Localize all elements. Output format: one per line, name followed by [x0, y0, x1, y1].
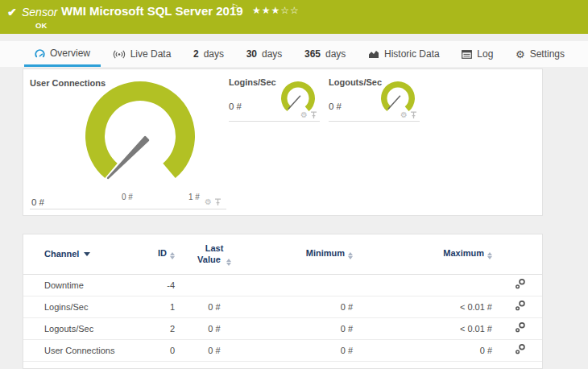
tab-strip: Overview Live Data 2 days 30 days 365 da… [0, 34, 588, 67]
channel-name: Downtime [23, 274, 141, 296]
tab-label: Log [477, 48, 493, 60]
area-chart-icon [368, 50, 379, 59]
priority-stars[interactable]: ★★★☆☆ [252, 5, 300, 16]
flag-icon[interactable]: ⚐ [231, 2, 238, 11]
gauge-needle [288, 96, 300, 110]
stars-filled[interactable]: ★★★ [252, 5, 280, 16]
gauge-logins-sec: Logins/Sec 0 # ⚙ [229, 76, 320, 122]
gear-icon[interactable]: ⚙ [400, 111, 408, 119]
channel-minimum [254, 274, 353, 296]
tab-2-days[interactable]: 2 days [183, 41, 234, 67]
pin-icon[interactable] [214, 198, 222, 206]
channel-settings-icon[interactable] [514, 343, 526, 357]
table-row: Logouts/Sec 2 0 # 0 # < 0.01 # [23, 317, 542, 339]
gauge-min-label: 0 # [122, 193, 133, 201]
channel-id: 0 [141, 339, 175, 361]
table-header-row: Channel ID Last Value Minimum Maximum [23, 234, 542, 274]
pin-icon[interactable] [410, 111, 417, 119]
channel-maximum: 0 # [353, 339, 492, 361]
tab-label: Historic Data [384, 48, 440, 60]
gear-icon[interactable]: ⚙ [300, 111, 308, 119]
gauge-user-connections: User Connections 0 # 1 # 0 # ⚙ [30, 76, 226, 209]
stars-empty[interactable]: ☆☆ [280, 5, 300, 16]
table-row: User Connections 0 0 # 0 # 0 # [23, 339, 542, 361]
tab-label: Live Data [130, 48, 172, 60]
tab-365-days[interactable]: 365 days [294, 41, 356, 67]
sort-icon [170, 252, 175, 259]
channel-name: Logins/Sec [23, 296, 141, 317]
gauge-title: Logouts/Sec [329, 77, 382, 87]
sensor-title: WMI Microsoft SQL Server 2019 [61, 4, 243, 18]
channel-name: Logouts/Sec [23, 317, 141, 339]
tab-label-num: 365 [304, 48, 321, 60]
gauge-title: Logins/Sec [229, 77, 276, 87]
gauge-arc [85, 81, 195, 178]
gauge-max-label: 1 # [188, 193, 200, 201]
column-header-last-value[interactable]: Last Value [175, 234, 254, 274]
tab-label: days [325, 48, 346, 60]
object-kind-label: Sensor [22, 6, 57, 19]
tab-settings[interactable]: ⚙ Settings [505, 41, 575, 67]
pin-icon[interactable] [310, 111, 317, 119]
tab-label-num: 2 [193, 48, 199, 60]
tab-label: days [262, 48, 282, 60]
tab-live-data[interactable]: Live Data [102, 41, 182, 67]
channel-maximum: < 0.01 # [353, 296, 492, 317]
column-header-actions [492, 234, 542, 274]
tab-label: Overview [50, 48, 90, 59]
ok-check-icon: ✔ [7, 6, 17, 19]
gear-icon[interactable]: ⚙ [205, 198, 212, 206]
channel-minimum: 0 # [254, 296, 353, 317]
user-connections-gauge-chart [80, 76, 201, 197]
gauge-needle [108, 137, 148, 178]
sort-desc-icon [84, 252, 90, 256]
broadcast-icon [113, 50, 126, 59]
channel-id: -4 [141, 274, 175, 296]
tab-overview[interactable]: Overview [24, 41, 101, 67]
tab-label: days [204, 48, 224, 60]
column-header-channel[interactable]: Channel [23, 234, 141, 274]
gauge-arc [281, 81, 315, 111]
channel-maximum: < 0.01 # [353, 317, 492, 339]
sort-icon [348, 252, 353, 259]
sort-icon [487, 252, 492, 259]
channel-last-value: 0 # [175, 317, 254, 339]
sensor-status-band: ✔ Sensor WMI Microsoft SQL Server 2019 ⚐… [0, 0, 588, 34]
channel-last-value: 0 # [175, 296, 254, 317]
tab-log[interactable]: Log [451, 41, 503, 67]
channels-table: Channel ID Last Value Minimum Maximum Do… [23, 234, 542, 362]
table-row: Downtime -4 [23, 274, 542, 296]
channels-table-panel: Channel ID Last Value Minimum Maximum Do… [23, 234, 543, 369]
gauge-logouts-sec: Logouts/Sec 0 # ⚙ [329, 76, 420, 122]
tab-label-num: 30 [246, 48, 257, 60]
gauges-panel: User Connections 0 # 1 # 0 # ⚙ Logins/Se… [23, 68, 543, 216]
channel-minimum: 0 # [254, 339, 353, 361]
sort-icon [226, 259, 231, 266]
column-header-id[interactable]: ID [141, 234, 175, 274]
tab-label: Settings [530, 48, 565, 60]
gauge-arc [381, 81, 415, 111]
tab-row: Overview Live Data 2 days 30 days 365 da… [0, 41, 588, 67]
channel-maximum [353, 274, 492, 296]
status-text: OK [35, 21, 47, 30]
channel-settings-icon[interactable] [514, 321, 526, 335]
channel-settings-icon[interactable] [514, 300, 526, 313]
table-row: Logins/Sec 1 0 # 0 # < 0.01 # [23, 296, 542, 317]
channel-name: User Connections [23, 339, 141, 361]
channel-id: 2 [141, 317, 175, 339]
column-header-minimum[interactable]: Minimum [254, 234, 353, 274]
gear-icon: ⚙ [516, 49, 525, 60]
gauge-current-value: 0 # [329, 102, 342, 111]
channel-minimum: 0 # [254, 317, 353, 339]
column-header-maximum[interactable]: Maximum [353, 234, 492, 274]
gauge-current-value: 0 # [229, 102, 242, 111]
gauge-icon [35, 48, 45, 58]
tab-historic-data[interactable]: Historic Data [358, 41, 450, 67]
log-icon [462, 50, 472, 59]
tab-30-days[interactable]: 30 days [236, 41, 293, 67]
channel-last-value [175, 274, 254, 296]
channel-id: 1 [141, 296, 175, 317]
gauge-current-value: 0 # [31, 197, 44, 207]
gauge-needle [388, 96, 400, 110]
channel-settings-icon[interactable] [514, 278, 526, 292]
